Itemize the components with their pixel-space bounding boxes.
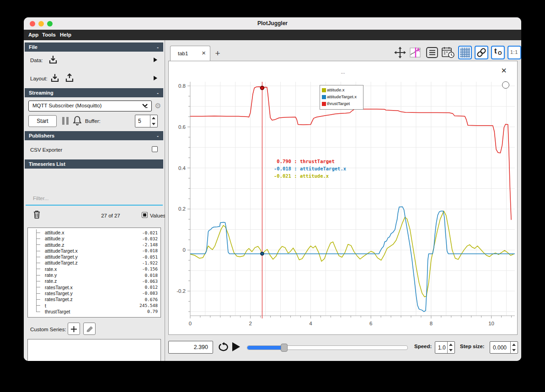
timeseries-list[interactable]: attitude.x-0.021attitude.y-0.032attitude…	[27, 228, 161, 318]
playback-slider[interactable]	[247, 345, 408, 350]
list-item[interactable]: rate.z-0.063	[28, 278, 160, 284]
layout-menu-arrow-icon[interactable]	[154, 76, 157, 80]
values-checkbox[interactable]	[142, 212, 148, 218]
tab-tab1[interactable]: tab1 ×	[170, 46, 210, 61]
streaming-settings-gear-icon[interactable]: ⚙	[155, 101, 161, 110]
desktop-background: PlotJuggler App Tools Help File - Data: …	[0, 0, 545, 392]
series-value: -0.083	[142, 291, 158, 296]
data-menu-arrow-icon[interactable]	[154, 58, 157, 62]
loop-icon[interactable]	[218, 342, 230, 355]
series-name: rate.y	[45, 272, 57, 278]
load-layout-icon[interactable]	[49, 73, 60, 85]
time-offset-t0-icon[interactable]: t O	[491, 46, 505, 59]
series-value: -0.063	[142, 279, 158, 284]
menu-help[interactable]: Help	[60, 32, 71, 37]
plot-canvas[interactable]: 0246810-0.200.20.40.60.8	[172, 82, 518, 331]
buffer-spin-arrows[interactable]	[150, 115, 157, 127]
series-value: 0.018	[144, 273, 158, 278]
list-item[interactable]: attitude.x-0.021	[28, 229, 160, 235]
timeseries-section-header[interactable]: Timeseries List	[25, 159, 163, 169]
move-pan-icon[interactable]	[394, 46, 406, 59]
list-item[interactable]: ratesTarget.y-0.083	[28, 290, 160, 296]
file-section-header[interactable]: File -	[25, 42, 163, 52]
custom-series-list[interactable]	[27, 339, 161, 361]
svg-text:0.6: 0.6	[178, 124, 186, 130]
speed-label: Speed:	[414, 344, 432, 349]
tree-branch-icon	[36, 296, 43, 302]
menu-tools[interactable]: Tools	[42, 32, 56, 37]
collapse-streaming-icon[interactable]: -	[157, 88, 159, 97]
legend-entry[interactable]: attitudeTarget.x	[322, 94, 362, 101]
list-item[interactable]: ratesTarget.x0.012	[28, 284, 160, 290]
filter-field-wrap	[26, 193, 163, 206]
list-item[interactable]: rate.x-0.156	[28, 266, 160, 272]
buffer-spinbox[interactable]: 5	[135, 115, 158, 127]
play-button[interactable]	[232, 342, 240, 351]
legend-entry[interactable]: thrustTarget	[322, 101, 362, 108]
cursor-readout-row: -0.018 : attitudeTarget.x	[274, 166, 346, 173]
font-style-plot-icon[interactable]: A	[409, 46, 422, 59]
list-item[interactable]: t245.548	[28, 302, 160, 308]
slider-fill	[247, 346, 284, 350]
grid-layout-icon[interactable]	[458, 46, 472, 59]
series-value: -0.051	[142, 254, 158, 260]
svg-text:0: 0	[183, 247, 186, 253]
slider-handle[interactable]	[281, 344, 288, 352]
series-name: attitudeTarget.y	[45, 254, 78, 260]
speed-spinbox[interactable]: 1.0	[435, 341, 455, 354]
link-axes-icon[interactable]	[475, 46, 488, 59]
playback-time-field[interactable]: 2.390	[168, 341, 213, 354]
list-view-icon[interactable]	[426, 46, 438, 59]
main-panel: tab1 × + A t	[165, 40, 521, 361]
list-item[interactable]: attitude.y-0.032	[28, 235, 160, 241]
plus-icon	[70, 326, 77, 333]
pause-streaming-icon[interactable]	[62, 117, 69, 127]
tree-branch-icon	[36, 278, 43, 284]
list-item[interactable]: attitudeTarget.z-1.922	[28, 260, 160, 265]
tab-close-icon[interactable]: ×	[202, 49, 206, 57]
ratio-1-1-icon[interactable]: 1:1	[508, 46, 521, 59]
datetime-icon[interactable]	[441, 46, 454, 59]
plot-series-attitudeTarget.x[interactable]	[190, 207, 515, 312]
step-size-spinbox[interactable]: 0.000	[490, 341, 518, 354]
time-cursor[interactable]	[260, 82, 264, 318]
streaming-source-select[interactable]: MQTT Subscriber (Mosquitto)	[28, 101, 152, 111]
tree-branch-icon	[36, 290, 43, 296]
add-tab-button[interactable]: +	[213, 48, 223, 58]
buffer-label: Buffer:	[85, 118, 101, 124]
legend-collapse-knob[interactable]	[502, 81, 509, 89]
streaming-source-value: MQTT Subscriber (Mosquitto)	[32, 103, 102, 108]
window-titlebar[interactable]: PlotJuggler	[24, 17, 521, 30]
series-name: rate.z	[45, 278, 57, 284]
streaming-section-header[interactable]: Streaming -	[25, 88, 163, 97]
notifications-bell-icon[interactable]	[72, 115, 82, 128]
tree-branch-icon	[36, 242, 43, 248]
list-item[interactable]: attitude.z-2.148	[28, 242, 160, 248]
spin-down-icon	[152, 123, 155, 125]
series-name: attitude.z	[45, 242, 64, 248]
list-item[interactable]: rate.y0.018	[28, 272, 160, 278]
svg-text:0: 0	[189, 321, 192, 326]
delete-series-trash-icon[interactable]	[32, 210, 41, 221]
csv-exporter-checkbox[interactable]	[152, 146, 158, 152]
list-item[interactable]: thrustTarget0.79	[28, 308, 160, 314]
add-custom-series-button[interactable]	[68, 323, 80, 335]
list-item[interactable]: attitudeTarget.x-0.018	[28, 248, 160, 254]
start-streaming-button[interactable]: Start	[28, 115, 57, 127]
list-item[interactable]: attitudeTarget.y-0.051	[28, 254, 160, 260]
plot-legend[interactable]: attitude.x attitudeTarget.x thrustTarget	[320, 85, 363, 110]
series-name: ratesTarget.z	[45, 297, 73, 302]
series-value: 0.012	[144, 285, 158, 290]
publishers-section-header[interactable]: Publishers -	[25, 131, 163, 140]
list-item[interactable]: ratesTarget.z0.676	[28, 296, 160, 302]
collapse-file-icon[interactable]: -	[157, 42, 159, 52]
filter-input[interactable]	[26, 193, 163, 204]
plot-close-icon[interactable]: ×	[501, 66, 507, 75]
save-layout-icon[interactable]	[64, 73, 75, 85]
collapse-publishers-icon[interactable]: -	[157, 131, 159, 140]
edit-custom-series-button[interactable]	[83, 323, 96, 335]
load-data-icon[interactable]	[48, 54, 59, 67]
legend-entry[interactable]: attitude.x	[322, 87, 362, 94]
series-value: 245.548	[139, 303, 158, 308]
menu-app[interactable]: App	[28, 32, 38, 37]
